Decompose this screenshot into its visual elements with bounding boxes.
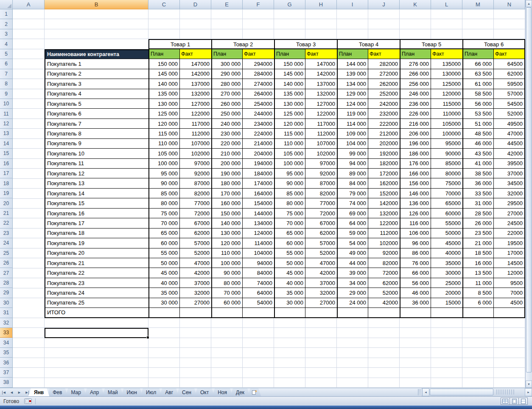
value-cell[interactable]: 192000	[368, 149, 400, 158]
tab-scroll-next-button[interactable]: ►	[15, 388, 23, 396]
value-cell[interactable]: 115 000	[274, 129, 305, 138]
value-cell[interactable]: 62000	[305, 228, 337, 238]
value-cell[interactable]: 18 500	[462, 248, 494, 258]
row-header-32[interactable]: 32	[0, 318, 13, 328]
row-header-20[interactable]: 20	[0, 198, 13, 208]
contractor-name-cell[interactable]: Покупатель 3	[45, 79, 148, 89]
value-cell[interactable]: 130 000	[148, 99, 180, 109]
value-cell[interactable]: 15000	[431, 298, 462, 308]
value-cell[interactable]: 30000	[431, 268, 462, 278]
value-cell[interactable]: 90 000	[148, 178, 180, 188]
plan-header[interactable]: План	[148, 49, 180, 59]
contractor-name-cell[interactable]: Покупатель 2	[45, 69, 148, 79]
product-header[interactable]: Товар 3	[274, 39, 337, 49]
value-cell[interactable]: 135 000	[148, 89, 180, 99]
value-cell[interactable]: 42000	[368, 298, 400, 308]
value-cell[interactable]: 97000	[180, 159, 211, 169]
value-cell[interactable]: 97000	[305, 159, 337, 169]
column-header-A[interactable]: A	[13, 0, 45, 9]
value-cell[interactable]: 284000	[243, 69, 274, 79]
total-empty-cell[interactable]	[431, 308, 462, 318]
value-cell[interactable]: 134000	[243, 218, 274, 228]
value-cell[interactable]: 72000	[368, 268, 400, 278]
row-header-31[interactable]: 31	[0, 308, 13, 318]
value-cell[interactable]: 72000	[305, 209, 337, 218]
value-cell[interactable]: 44 000	[337, 258, 368, 268]
row-header-6[interactable]: 6	[0, 59, 13, 69]
value-cell[interactable]: 92000	[305, 169, 337, 178]
contractor-name-cell[interactable]: Покупатель 16	[45, 209, 148, 218]
value-cell[interactable]: 222000	[368, 119, 400, 129]
value-cell[interactable]: 137000	[180, 79, 211, 89]
value-cell[interactable]: 53 500	[462, 109, 494, 118]
value-cell[interactable]: 23 500	[462, 228, 494, 238]
value-cell[interactable]: 65 000	[274, 228, 305, 238]
column-header-C[interactable]: C	[148, 0, 180, 9]
value-cell[interactable]: 99 000	[337, 149, 368, 158]
value-cell[interactable]: 82000	[368, 258, 400, 268]
row-header-8[interactable]: 8	[0, 79, 13, 89]
value-cell[interactable]: 120 000	[148, 119, 180, 129]
horizontal-scrollbar[interactable]: ◄ ►	[422, 388, 532, 396]
value-cell[interactable]: 125 000	[274, 109, 305, 118]
value-cell[interactable]: 56 000	[462, 99, 494, 109]
row-header-30[interactable]: 30	[0, 298, 13, 308]
value-cell[interactable]: 274000	[243, 79, 274, 89]
value-cell[interactable]: 86 000	[400, 248, 431, 258]
value-cell[interactable]: 224000	[243, 129, 274, 138]
value-cell[interactable]: 40 000	[274, 278, 305, 288]
value-cell[interactable]: 112000	[305, 129, 337, 138]
value-cell[interactable]: 120 000	[211, 238, 243, 248]
h-scroll-thumb[interactable]	[430, 389, 493, 395]
value-cell[interactable]: 130 000	[211, 228, 243, 238]
value-cell[interactable]: 32000	[494, 189, 525, 198]
value-cell[interactable]: 112000	[368, 228, 400, 238]
value-cell[interactable]: 47000	[180, 258, 211, 268]
contractor-name-cell[interactable]: Покупатель 6	[45, 109, 148, 118]
value-cell[interactable]: 260 000	[211, 99, 243, 109]
value-cell[interactable]: 80 000	[274, 198, 305, 208]
contractor-name-cell[interactable]: Покупатель 23	[45, 278, 148, 288]
value-cell[interactable]: 156 000	[400, 178, 431, 188]
value-cell[interactable]: 52000	[180, 248, 211, 258]
value-cell[interactable]: 190 000	[211, 169, 243, 178]
value-cell[interactable]: 63 500	[462, 69, 494, 79]
value-cell[interactable]: 117000	[305, 119, 337, 129]
value-cell[interactable]: 42000	[494, 149, 525, 158]
value-cell[interactable]: 144 000	[337, 59, 368, 69]
value-cell[interactable]: 24 000	[337, 298, 368, 308]
contractor-name-cell[interactable]: Покупатель 7	[45, 119, 148, 129]
value-cell[interactable]: 210 000	[211, 149, 243, 158]
value-cell[interactable]: 54 000	[337, 238, 368, 248]
value-cell[interactable]: 110 000	[148, 139, 180, 149]
value-cell[interactable]: 57000	[494, 89, 525, 99]
row-header-23[interactable]: 23	[0, 228, 13, 238]
value-cell[interactable]: 17000	[494, 248, 525, 258]
value-cell[interactable]: 82000	[305, 189, 337, 198]
tab-scroll-first-button[interactable]: |◄	[0, 388, 8, 396]
value-cell[interactable]: 22000	[494, 228, 525, 238]
row-header-13[interactable]: 13	[0, 129, 13, 138]
value-cell[interactable]: 90000	[431, 149, 462, 158]
value-cell[interactable]: 166 000	[400, 169, 431, 178]
value-cell[interactable]: 50000	[431, 228, 462, 238]
value-cell[interactable]: 110000	[431, 109, 462, 118]
value-cell[interactable]: 276 000	[400, 59, 431, 69]
value-cell[interactable]: 194000	[243, 159, 274, 169]
value-cell[interactable]: 144000	[243, 209, 274, 218]
total-label-cell[interactable]: ИТОГО	[45, 308, 148, 318]
value-cell[interactable]: 85000	[431, 159, 462, 169]
value-cell[interactable]: 150 000	[274, 59, 305, 69]
value-cell[interactable]: 62000	[368, 278, 400, 288]
value-cell[interactable]: 38 500	[462, 169, 494, 178]
contractor-name-cell[interactable]: Покупатель 13	[45, 178, 148, 188]
plan-header[interactable]: План	[337, 49, 368, 59]
row-header-2[interactable]: 2	[0, 19, 13, 29]
v-scroll-track[interactable]	[526, 7, 532, 381]
product-header[interactable]: Товар 2	[211, 39, 274, 49]
sheet-tab-Июн[interactable]: Июн	[121, 388, 143, 396]
value-cell[interactable]: 282000	[368, 59, 400, 69]
value-cell[interactable]: 220 000	[211, 139, 243, 149]
row-header-26[interactable]: 26	[0, 258, 13, 268]
value-cell[interactable]: 55000	[431, 218, 462, 228]
